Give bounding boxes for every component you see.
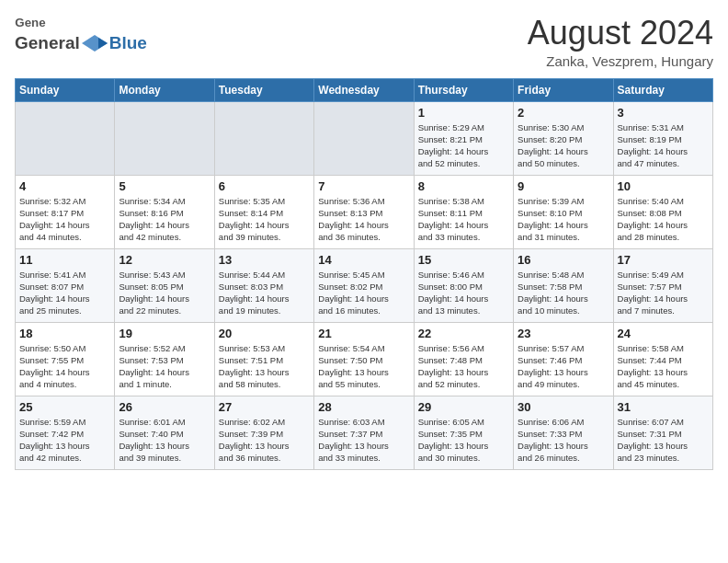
calendar-table: Sunday Monday Tuesday Wednesday Thursday… xyxy=(15,78,713,470)
logo-blue-icon xyxy=(82,35,108,52)
col-thursday: Thursday xyxy=(414,78,513,101)
day-number: 4 xyxy=(19,179,110,193)
day-info: Sunrise: 5:35 AM Sunset: 8:14 PM Dayligh… xyxy=(219,195,310,244)
day-number: 25 xyxy=(19,400,110,414)
day-number: 27 xyxy=(219,400,310,414)
calendar-week-row: 4Sunrise: 5:32 AM Sunset: 8:17 PM Daylig… xyxy=(16,175,713,248)
header: General General Blue August 2024 Zanka, … xyxy=(15,15,713,69)
table-row: 2Sunrise: 5:30 AM Sunset: 8:20 PM Daylig… xyxy=(514,101,613,175)
day-info: Sunrise: 5:54 AM Sunset: 7:50 PM Dayligh… xyxy=(318,342,409,391)
logo: General General Blue xyxy=(15,15,147,53)
day-info: Sunrise: 5:57 AM Sunset: 7:46 PM Dayligh… xyxy=(518,342,609,391)
col-monday: Monday xyxy=(115,78,214,101)
table-row: 9Sunrise: 5:39 AM Sunset: 8:10 PM Daylig… xyxy=(514,175,613,248)
calendar-week-row: 18Sunrise: 5:50 AM Sunset: 7:55 PM Dayli… xyxy=(16,322,713,396)
day-number: 20 xyxy=(219,327,310,340)
day-info: Sunrise: 5:34 AM Sunset: 8:16 PM Dayligh… xyxy=(119,195,210,244)
table-row xyxy=(16,101,115,175)
day-info: Sunrise: 5:50 AM Sunset: 7:55 PM Dayligh… xyxy=(19,342,110,391)
table-row: 7Sunrise: 5:36 AM Sunset: 8:13 PM Daylig… xyxy=(314,175,414,248)
day-info: Sunrise: 6:06 AM Sunset: 7:33 PM Dayligh… xyxy=(518,416,609,465)
table-row: 4Sunrise: 5:32 AM Sunset: 8:17 PM Daylig… xyxy=(16,175,115,248)
day-number: 9 xyxy=(518,179,609,193)
day-info: Sunrise: 5:56 AM Sunset: 7:48 PM Dayligh… xyxy=(418,342,509,391)
table-row: 30Sunrise: 6:06 AM Sunset: 7:33 PM Dayli… xyxy=(514,396,613,469)
day-number: 5 xyxy=(119,179,210,193)
table-row: 25Sunrise: 5:59 AM Sunset: 7:42 PM Dayli… xyxy=(16,396,115,469)
logo-blue: Blue xyxy=(109,33,147,53)
day-number: 6 xyxy=(219,179,310,193)
table-row: 31Sunrise: 6:07 AM Sunset: 7:31 PM Dayli… xyxy=(613,396,712,469)
calendar-header-row: Sunday Monday Tuesday Wednesday Thursday… xyxy=(16,78,713,101)
day-info: Sunrise: 6:07 AM Sunset: 7:31 PM Dayligh… xyxy=(618,416,709,465)
table-row: 27Sunrise: 6:02 AM Sunset: 7:39 PM Dayli… xyxy=(214,396,313,469)
day-number: 30 xyxy=(518,400,609,414)
day-info: Sunrise: 5:58 AM Sunset: 7:44 PM Dayligh… xyxy=(618,342,709,391)
day-number: 18 xyxy=(19,327,110,340)
day-number: 13 xyxy=(219,253,310,267)
day-info: Sunrise: 5:38 AM Sunset: 8:11 PM Dayligh… xyxy=(418,195,509,244)
day-info: Sunrise: 5:30 AM Sunset: 8:20 PM Dayligh… xyxy=(518,121,609,170)
col-friday: Friday xyxy=(514,78,613,101)
calendar-page: General General Blue August 2024 Zanka, … xyxy=(0,0,728,479)
logo-general: General xyxy=(15,33,80,53)
day-number: 19 xyxy=(119,327,210,340)
day-number: 8 xyxy=(418,179,509,193)
day-info: Sunrise: 5:31 AM Sunset: 8:19 PM Dayligh… xyxy=(618,121,709,170)
day-number: 26 xyxy=(119,400,210,414)
calendar-week-row: 1Sunrise: 5:29 AM Sunset: 8:21 PM Daylig… xyxy=(16,101,713,175)
table-row: 16Sunrise: 5:48 AM Sunset: 7:58 PM Dayli… xyxy=(514,248,613,322)
table-row: 6Sunrise: 5:35 AM Sunset: 8:14 PM Daylig… xyxy=(214,175,313,248)
day-number: 17 xyxy=(618,253,709,267)
calendar-week-row: 11Sunrise: 5:41 AM Sunset: 8:07 PM Dayli… xyxy=(16,248,713,322)
table-row: 22Sunrise: 5:56 AM Sunset: 7:48 PM Dayli… xyxy=(414,322,513,396)
col-saturday: Saturday xyxy=(613,78,712,101)
day-number: 29 xyxy=(418,400,509,414)
day-info: Sunrise: 6:03 AM Sunset: 7:37 PM Dayligh… xyxy=(318,416,409,465)
day-number: 1 xyxy=(418,106,509,120)
day-number: 21 xyxy=(318,327,409,340)
day-info: Sunrise: 6:02 AM Sunset: 7:39 PM Dayligh… xyxy=(219,416,310,465)
day-info: Sunrise: 5:59 AM Sunset: 7:42 PM Dayligh… xyxy=(19,416,110,465)
day-info: Sunrise: 5:32 AM Sunset: 8:17 PM Dayligh… xyxy=(19,195,110,244)
table-row: 28Sunrise: 6:03 AM Sunset: 7:37 PM Dayli… xyxy=(314,396,414,469)
day-info: Sunrise: 5:48 AM Sunset: 7:58 PM Dayligh… xyxy=(518,269,609,317)
calendar-week-row: 25Sunrise: 5:59 AM Sunset: 7:42 PM Dayli… xyxy=(16,396,713,469)
day-number: 22 xyxy=(418,327,509,340)
table-row xyxy=(314,101,414,175)
day-number: 12 xyxy=(119,253,210,267)
day-number: 14 xyxy=(318,253,409,267)
day-info: Sunrise: 5:41 AM Sunset: 8:07 PM Dayligh… xyxy=(19,269,110,317)
logo-icon: General xyxy=(15,15,46,33)
day-number: 3 xyxy=(618,106,709,120)
day-info: Sunrise: 6:01 AM Sunset: 7:40 PM Dayligh… xyxy=(119,416,210,465)
table-row: 29Sunrise: 6:05 AM Sunset: 7:35 PM Dayli… xyxy=(414,396,513,469)
title-section: August 2024 Zanka, Veszprem, Hungary xyxy=(528,15,713,69)
day-info: Sunrise: 5:36 AM Sunset: 8:13 PM Dayligh… xyxy=(318,195,409,244)
location: Zanka, Veszprem, Hungary xyxy=(528,53,713,69)
table-row: 12Sunrise: 5:43 AM Sunset: 8:05 PM Dayli… xyxy=(115,248,214,322)
table-row: 21Sunrise: 5:54 AM Sunset: 7:50 PM Dayli… xyxy=(314,322,414,396)
table-row: 23Sunrise: 5:57 AM Sunset: 7:46 PM Dayli… xyxy=(514,322,613,396)
col-sunday: Sunday xyxy=(16,78,115,101)
day-number: 28 xyxy=(318,400,409,414)
day-number: 11 xyxy=(19,253,110,267)
table-row: 5Sunrise: 5:34 AM Sunset: 8:16 PM Daylig… xyxy=(115,175,214,248)
table-row: 19Sunrise: 5:52 AM Sunset: 7:53 PM Dayli… xyxy=(115,322,214,396)
table-row: 10Sunrise: 5:40 AM Sunset: 8:08 PM Dayli… xyxy=(613,175,712,248)
day-info: Sunrise: 5:52 AM Sunset: 7:53 PM Dayligh… xyxy=(119,342,210,391)
table-row: 18Sunrise: 5:50 AM Sunset: 7:55 PM Dayli… xyxy=(16,322,115,396)
table-row: 1Sunrise: 5:29 AM Sunset: 8:21 PM Daylig… xyxy=(414,101,513,175)
day-info: Sunrise: 6:05 AM Sunset: 7:35 PM Dayligh… xyxy=(418,416,509,465)
table-row: 15Sunrise: 5:46 AM Sunset: 8:00 PM Dayli… xyxy=(414,248,513,322)
table-row xyxy=(214,101,313,175)
day-number: 2 xyxy=(518,106,609,120)
day-number: 31 xyxy=(618,400,709,414)
day-info: Sunrise: 5:49 AM Sunset: 7:57 PM Dayligh… xyxy=(618,269,709,317)
day-number: 10 xyxy=(618,179,709,193)
day-info: Sunrise: 5:45 AM Sunset: 8:02 PM Dayligh… xyxy=(318,269,409,317)
svg-text:General: General xyxy=(15,16,46,29)
col-tuesday: Tuesday xyxy=(214,78,313,101)
day-info: Sunrise: 5:39 AM Sunset: 8:10 PM Dayligh… xyxy=(518,195,609,244)
table-row: 8Sunrise: 5:38 AM Sunset: 8:11 PM Daylig… xyxy=(414,175,513,248)
